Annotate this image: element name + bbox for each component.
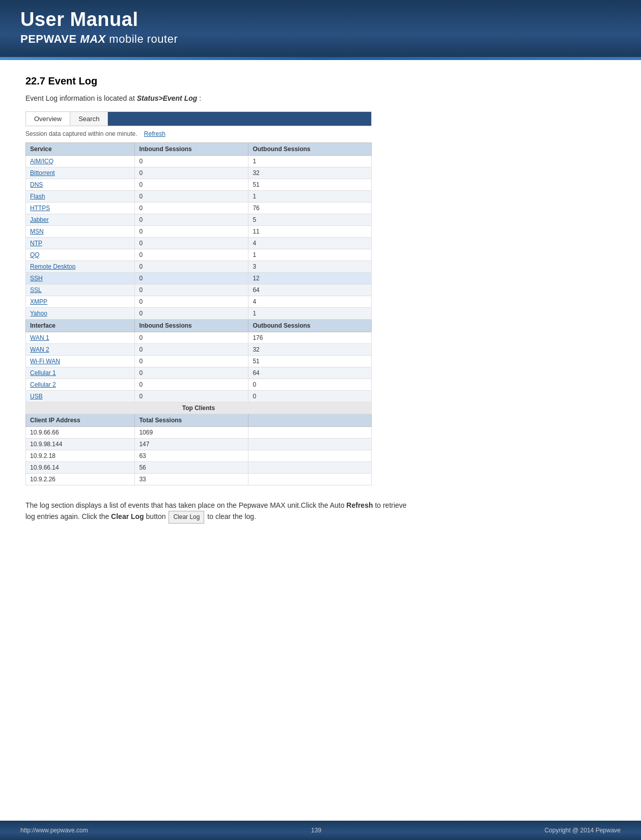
service-inbound: 0	[135, 225, 248, 237]
service-link[interactable]: AIM/ICQ	[30, 158, 53, 165]
service-link[interactable]: HTTPS	[30, 205, 50, 212]
iface-link[interactable]: Cellular 1	[30, 369, 56, 376]
service-row: Yahoo 0 1	[26, 307, 372, 319]
iface-inbound-col-header: Inbound Sessions	[135, 319, 248, 332]
iface-link[interactable]: USB	[30, 393, 43, 400]
service-inbound: 0	[135, 202, 248, 214]
section-heading: Event Log	[48, 75, 98, 86]
bottom-text-part1: The log section displays a list of event…	[25, 501, 346, 509]
service-link[interactable]: SSH	[30, 275, 43, 282]
service-link[interactable]: SSL	[30, 286, 42, 294]
iface-outbound: 176	[248, 332, 372, 343]
iface-name: WAN 2	[26, 343, 135, 355]
section-title: 22.7 Event Log	[25, 75, 616, 87]
service-link[interactable]: DNS	[30, 181, 43, 188]
service-inbound: 0	[135, 237, 248, 249]
iface-link[interactable]: Cellular 2	[30, 381, 56, 388]
total-sessions-col-header: Total Sessions	[135, 414, 248, 426]
service-outbound: 51	[248, 179, 372, 190]
tab-overview[interactable]: Overview	[26, 112, 70, 126]
bottom-text-bold2: Clear Log	[111, 512, 144, 520]
service-outbound: 76	[248, 202, 372, 214]
iface-inbound: 0	[135, 355, 248, 367]
service-outbound: 5	[248, 214, 372, 225]
client-row: 10.9.2.18 63	[26, 450, 372, 461]
refresh-link[interactable]: Refresh	[144, 130, 165, 137]
subtitle-rest: mobile router	[109, 33, 178, 45]
desc-prefix: Event Log information is located at	[25, 94, 137, 102]
iface-link[interactable]: Wi-Fi WAN	[30, 358, 60, 365]
service-inbound: 0	[135, 296, 248, 307]
service-name: XMPP	[26, 296, 135, 307]
client-empty	[248, 438, 372, 450]
bottom-text-part4: to clear the log.	[207, 512, 256, 520]
manual-title: User Manual	[20, 9, 621, 31]
service-name: SSH	[26, 272, 135, 284]
service-link[interactable]: Flash	[30, 193, 45, 200]
inbound-col-header: Inbound Sessions	[135, 142, 248, 155]
footer-copyright: Copyright @ 2014 Pepwave	[544, 827, 621, 834]
max-label: MAX	[80, 33, 105, 45]
footer-url: http://www.pepwave.com	[20, 827, 88, 834]
client-sessions: 56	[135, 461, 248, 473]
service-link[interactable]: QQ	[30, 251, 40, 258]
interface-row: WAN 2 0 32	[26, 343, 372, 355]
interface-row: Wi-Fi WAN 0 51	[26, 355, 372, 367]
manual-subtitle: PEPWAVE MAX mobile router	[20, 33, 621, 46]
client-sessions: 63	[135, 450, 248, 461]
service-header-row: Service Inbound Sessions Outbound Sessio…	[26, 142, 372, 155]
service-link[interactable]: NTP	[30, 240, 42, 247]
iface-name: WAN 1	[26, 332, 135, 343]
client-empty	[248, 426, 372, 438]
page-header: User Manual PEPWAVE MAX mobile router	[0, 0, 641, 57]
service-link[interactable]: MSN	[30, 228, 44, 235]
brand-name: PEPWAVE	[20, 33, 77, 45]
service-outbound: 1	[248, 190, 372, 202]
section-number: 22.7	[25, 75, 45, 86]
service-name: DNS	[26, 179, 135, 190]
service-link[interactable]: Yahoo	[30, 310, 47, 317]
service-outbound: 1	[248, 307, 372, 319]
iface-inbound: 0	[135, 379, 248, 390]
service-name: NTP	[26, 237, 135, 249]
service-row: MSN 0 11	[26, 225, 372, 237]
service-link[interactable]: Bittorrent	[30, 169, 55, 177]
service-inbound: 0	[135, 190, 248, 202]
clients-col-header-row: Client IP Address Total Sessions	[26, 414, 372, 426]
footer-page: 139	[311, 827, 321, 834]
service-link[interactable]: Remote Desktop	[30, 263, 75, 270]
bottom-text-bold1: Refresh	[346, 501, 373, 509]
service-outbound: 64	[248, 284, 372, 296]
session-text: Session data captured within one minute.	[25, 130, 137, 137]
client-sessions: 147	[135, 438, 248, 450]
interface-col-header: Interface	[26, 319, 135, 332]
iface-name: Cellular 2	[26, 379, 135, 390]
service-row: HTTPS 0 76	[26, 202, 372, 214]
iface-link[interactable]: WAN 1	[30, 334, 49, 341]
iface-inbound: 0	[135, 332, 248, 343]
session-info: Session data captured within one minute.…	[25, 130, 616, 137]
service-name: Yahoo	[26, 307, 135, 319]
client-ip-col-header: Client IP Address	[26, 414, 135, 426]
service-row: AIM/ICQ 0 1	[26, 155, 372, 167]
tab-bar: Overview Search	[25, 111, 372, 126]
iface-outbound: 32	[248, 343, 372, 355]
service-inbound: 0	[135, 272, 248, 284]
service-link[interactable]: Jabber	[30, 216, 49, 223]
clear-log-button[interactable]: Clear Log	[169, 511, 204, 524]
bottom-text-part3: button	[144, 512, 166, 520]
service-inbound: 0	[135, 214, 248, 225]
tab-search[interactable]: Search	[70, 112, 108, 126]
top-clients-title: Top Clients	[26, 402, 372, 414]
service-row: Remote Desktop 0 3	[26, 260, 372, 272]
service-row: QQ 0 1	[26, 249, 372, 260]
iface-outbound-col-header: Outbound Sessions	[248, 319, 372, 332]
iface-link[interactable]: WAN 2	[30, 346, 49, 353]
outbound-col-header: Outbound Sessions	[248, 142, 372, 155]
client-row: 10.9.98.144 147	[26, 438, 372, 450]
service-row: Flash 0 1	[26, 190, 372, 202]
service-link[interactable]: XMPP	[30, 298, 47, 305]
service-name: MSN	[26, 225, 135, 237]
desc-bold: Status>Event Log	[137, 94, 198, 102]
service-col-header: Service	[26, 142, 135, 155]
